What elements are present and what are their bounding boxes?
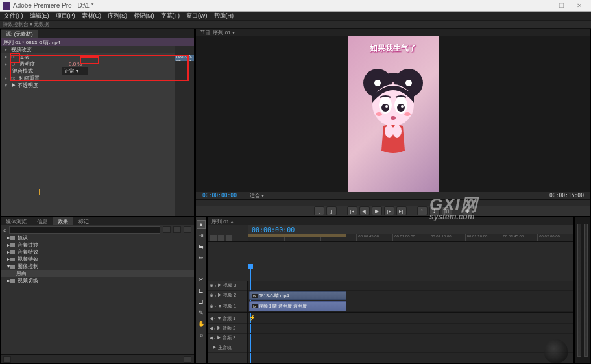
svg-point-7	[381, 104, 389, 112]
effects-browser-panel: 媒体浏览 信息 效果 标记 ⌕ ▸ 预设 ▸ 音频过渡 ▸ 音频特效 ▸ 视频特…	[0, 217, 195, 364]
selection-tool[interactable]: ▲	[197, 220, 206, 229]
timeline-timecode[interactable]: 00:00:00:00	[248, 226, 298, 234]
track-header-master[interactable]: ▶ 主音轨	[208, 343, 247, 353]
track-header-a3[interactable]: ◀▫▶ 音频 3	[208, 334, 247, 343]
filter-icon-1[interactable]	[163, 226, 171, 233]
clip-v1[interactable]: fx视频 1 晴 透明度·透明度·	[249, 301, 346, 311]
menu-help[interactable]: 帮助(H)	[211, 12, 237, 20]
program-zoom[interactable]: 适合 ▾	[250, 192, 264, 199]
rate-tool[interactable]: ↔	[197, 264, 206, 273]
prop-motion[interactable]: 运动	[19, 53, 64, 60]
prop-opacity[interactable]: 透明度	[19, 60, 65, 67]
menu-clip[interactable]: 素材(C)	[79, 12, 104, 20]
snap-icon[interactable]	[210, 235, 217, 241]
folder-icon	[10, 243, 15, 247]
tab-media[interactable]: 媒体浏览	[1, 217, 32, 225]
track-header-v1[interactable]: ◉▫▼ 视频 1	[208, 300, 247, 312]
export-frame-button[interactable]: ◫	[442, 206, 452, 215]
svg-point-12	[404, 112, 411, 116]
step-back-button[interactable]: ◂|	[359, 206, 370, 215]
close-button[interactable]: ✕	[570, 1, 588, 10]
rolling-tool[interactable]: ⇔	[197, 253, 206, 262]
go-out-button[interactable]: ▸|	[396, 206, 407, 215]
settings-icon[interactable]	[226, 235, 232, 241]
extract-button[interactable]: ⇣	[429, 206, 440, 215]
track-header-v3[interactable]: ◉▫▶ 视频 3	[208, 281, 247, 291]
step-fwd-button[interactable]: |▸	[384, 206, 394, 215]
ripple-tool[interactable]: ⇆	[197, 242, 206, 251]
tab-effects[interactable]: 效果	[53, 217, 73, 225]
prop-blend-value[interactable]: 正常 ▾	[62, 67, 88, 75]
tab-markers[interactable]: 标记	[73, 217, 94, 225]
filter-icon-3[interactable]	[184, 226, 191, 233]
corner-blob	[544, 339, 568, 363]
filter-icon-2[interactable]	[173, 226, 181, 233]
clip-v2[interactable]: fx0813-0-晴.mp4	[249, 291, 346, 300]
menu-title[interactable]: 字幕(T)	[158, 12, 183, 20]
minimize-button[interactable]: —	[534, 1, 552, 10]
timeline-track-area[interactable]: fx0813-0-晴.mp4 fx视频 1 晴 透明度·透明度· ⚡	[248, 281, 573, 363]
slide-tool[interactable]: ⊐	[197, 297, 206, 306]
svg-point-11	[376, 112, 382, 116]
svg-point-8	[397, 104, 405, 112]
track-header-a1[interactable]: ◀▫▼ 音频 1	[208, 312, 247, 324]
marker-icon[interactable]	[218, 235, 224, 241]
menu-file[interactable]: 文件(F)	[1, 12, 26, 20]
prop-time[interactable]: 时间重置	[19, 75, 64, 82]
search-icon: ⌕	[3, 226, 6, 233]
menu-project[interactable]: 项目(P)	[53, 12, 78, 20]
effects-search-input[interactable]	[9, 226, 160, 234]
program-tab[interactable]: 节目: 序列 01 ▾	[196, 29, 590, 36]
trash-button[interactable]	[184, 356, 191, 363]
mark-out-button[interactable]: }	[326, 206, 337, 215]
folder-icon	[10, 258, 15, 261]
zoom-tool[interactable]: ⌕	[197, 330, 206, 339]
track-header-v2[interactable]: ◉▫▶ 视频 2	[208, 291, 247, 300]
svg-point-14	[385, 125, 394, 138]
program-tc-current[interactable]: 00:00:00:00	[202, 193, 237, 199]
audio-marker-icon: ⚡	[249, 315, 256, 321]
cartoon-character	[361, 66, 426, 158]
slip-tool[interactable]: ⊏	[197, 286, 206, 295]
menu-sequence[interactable]: 序列(S)	[105, 12, 130, 20]
mini-clip[interactable]: 0813-0-晴.mp4	[175, 55, 194, 61]
list-item: ▾ 图像控制	[1, 263, 194, 270]
prop-blend: 混合模式	[12, 67, 58, 75]
list-item: ▸ 视频切换	[1, 277, 194, 284]
prop-footer[interactable]: ▶ 不透明度	[11, 82, 56, 89]
settings-button[interactable]: ✚	[463, 206, 473, 215]
svg-point-2	[374, 80, 381, 86]
menu-edit[interactable]: 编辑(E)	[27, 12, 52, 20]
effect-mini-timeline[interactable]: 0813-0-晴.mp4	[175, 46, 194, 216]
track-header-a2[interactable]: ◀▫▶ 音频 2	[208, 324, 247, 334]
program-tc-duration: 00:00:15:00	[549, 193, 584, 199]
prop-opacity-value[interactable]: 0.0 %	[69, 61, 82, 67]
timeline-tab[interactable]: 序列 01 ×	[208, 217, 573, 225]
app-icon	[3, 2, 10, 10]
program-viewport[interactable]: 如果我生气了	[196, 36, 590, 192]
lift-button[interactable]: ⇡	[417, 206, 428, 215]
work-area-bar[interactable]	[248, 234, 346, 237]
timeline-ruler[interactable]: 00:00 00:00:15:00 00:00:30:00 00:00:45:0…	[208, 234, 573, 242]
track-select-tool[interactable]: ⇥	[197, 231, 206, 240]
restore-button[interactable]: ☐	[552, 1, 570, 10]
effect-controls-panel: 源: (无素材) 序列 01 * 0813-0-晴.mp4 ▾视频改变 ▸fx运…	[0, 29, 195, 217]
mark-in-button[interactable]: {	[314, 206, 324, 215]
effect-tab-source[interactable]: 源: (无素材)	[1, 30, 38, 38]
effect-group[interactable]: 视频改变	[11, 46, 56, 53]
new-bin-button[interactable]	[3, 356, 11, 363]
svg-point-15	[392, 125, 402, 138]
go-in-button[interactable]: |◂	[347, 206, 357, 215]
pen-tool[interactable]: ✎	[197, 308, 206, 317]
effects-list[interactable]: ▸ 预设 ▸ 音频过渡 ▸ 音频特效 ▸ 视频特效 ▾ 图像控制 黑白 ▸ 视频…	[1, 234, 194, 354]
play-button[interactable]: ▶	[372, 206, 382, 215]
hand-tool[interactable]: ✋	[197, 319, 206, 328]
menu-marker[interactable]: 标记(M)	[131, 12, 157, 20]
video-frame: 如果我生气了	[348, 36, 439, 192]
tab-info[interactable]: 信息	[32, 217, 53, 225]
effect-tabs: 源: (无素材)	[1, 29, 194, 38]
program-scrubber[interactable]	[196, 199, 590, 206]
razor-tool[interactable]: ✂	[197, 275, 206, 284]
menu-window[interactable]: 窗口(W)	[184, 12, 210, 20]
titlebar: Adobe Premiere Pro - D:\1 * — ☐ ✕	[0, 0, 591, 12]
